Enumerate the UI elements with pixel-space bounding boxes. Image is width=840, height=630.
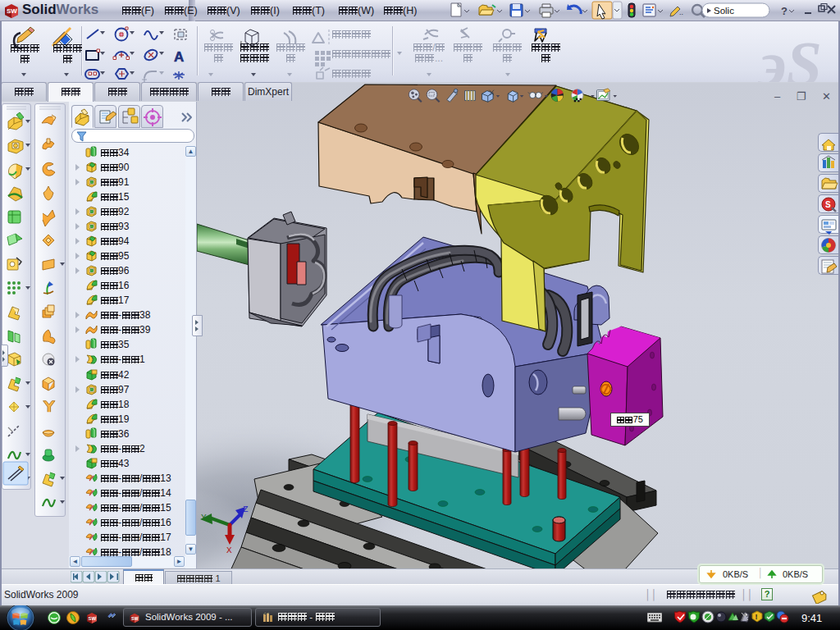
svg-text:SW: SW xyxy=(131,616,139,621)
svg-text:S: S xyxy=(825,200,831,209)
svg-text:Z: Z xyxy=(243,504,249,514)
svg-text:..: .. xyxy=(679,8,683,16)
svg-text:Y: Y xyxy=(201,513,207,523)
svg-text:?: ? xyxy=(781,5,788,17)
svg-text:X: X xyxy=(226,546,232,555)
svg-text:Solic: Solic xyxy=(714,6,734,16)
svg-text:!: ! xyxy=(756,613,758,621)
svg-text:SW: SW xyxy=(89,616,97,621)
